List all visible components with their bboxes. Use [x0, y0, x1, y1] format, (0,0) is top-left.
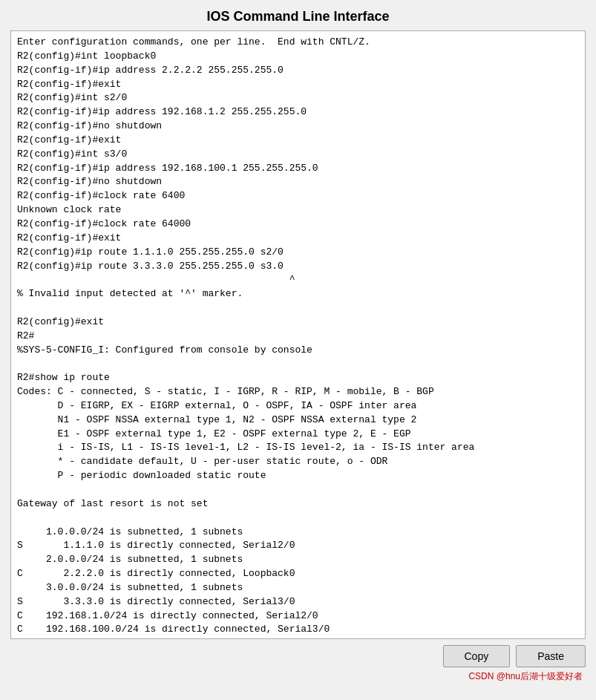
page-title: IOS Command Line Interface — [0, 0, 596, 30]
terminal-container: Enter configuration commands, one per li… — [10, 30, 586, 639]
copy-button[interactable]: Copy — [443, 645, 511, 667]
button-row: Copy Paste — [443, 645, 586, 667]
paste-button[interactable]: Paste — [516, 645, 586, 667]
terminal-output[interactable]: Enter configuration commands, one per li… — [11, 31, 585, 638]
bottom-bar: Copy Paste CSDN @hnu后湖十级爱好者 — [10, 639, 586, 683]
watermark: CSDN @hnu后湖十级爱好者 — [468, 670, 586, 683]
